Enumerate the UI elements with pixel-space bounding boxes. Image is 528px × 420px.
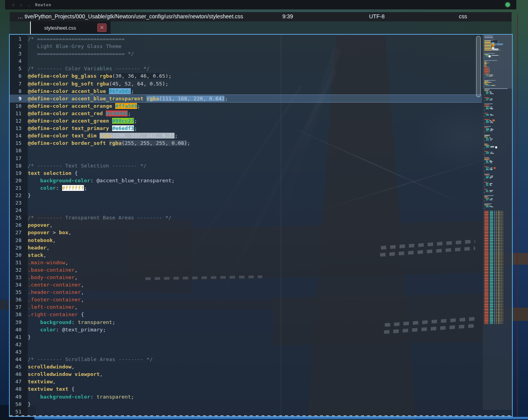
- titlebar[interactable]: ∷ ∴ ‥ Newton: [5, 0, 516, 9]
- code-text: }: [28, 400, 31, 408]
- code-text: background-color: @accent_blue_transpare…: [28, 177, 175, 184]
- window-close-button[interactable]: [505, 2, 510, 7]
- line-number: 33: [10, 274, 28, 281]
- line-number: 50: [10, 400, 28, 408]
- code-line[interactable]: 1/* ============================: [10, 35, 482, 43]
- code-text: .center-container,: [28, 281, 84, 288]
- code-line[interactable]: 18/* -------- Text Selection -------- */: [10, 162, 482, 169]
- code-text: .right-container {: [28, 311, 84, 318]
- code-text: notebook,: [28, 237, 56, 244]
- tab-close-button[interactable]: ✕: [97, 23, 107, 32]
- code-line[interactable]: 12@define-color accent_green #88cc27;: [10, 117, 482, 125]
- code-line[interactable]: 8@define-color accent_blue #6fa8dc;: [10, 87, 482, 95]
- tab-label: stylesheet.css: [44, 25, 76, 31]
- line-number: 41: [10, 333, 28, 341]
- line-number: 47: [10, 378, 28, 385]
- code-text: textview text {: [28, 385, 75, 393]
- code-line[interactable]: 7@define-color bg_soft rgba(45, 52, 64, …: [10, 80, 482, 87]
- code-line[interactable]: 27popover > box,: [10, 229, 482, 236]
- code-line[interactable]: 40 color: @text_primary;: [10, 326, 482, 333]
- line-number: 11: [10, 110, 28, 117]
- code-line[interactable]: 51: [10, 408, 482, 415]
- code-line[interactable]: 50}: [10, 400, 482, 408]
- bottom-panel-strip: [34, 417, 528, 419]
- code-line[interactable]: 46scrolledwindow viewport,: [10, 370, 482, 378]
- code-line[interactable]: 6@define-color bg_glass rgba(30, 36, 46,…: [10, 72, 482, 80]
- code-line[interactable]: 5/* -------- Color Variables -------- */: [10, 65, 482, 72]
- status-bar: … tive/Python_Projects/000_Usable/gtk/Ne…: [10, 12, 512, 21]
- code-line[interactable]: 21 color: #ffffff;: [10, 184, 482, 192]
- tab-stylesheet-css[interactable]: stylesheet.css ✕: [31, 21, 111, 34]
- line-number: 30: [10, 251, 28, 259]
- code-text: .main-window,: [28, 259, 68, 266]
- code-text: textview,: [28, 378, 56, 385]
- code-line[interactable]: 20 background-color: @accent_blue_transp…: [10, 177, 482, 184]
- code-line[interactable]: 2 Light Blue-Grey Glass Theme: [10, 43, 482, 50]
- language-mode: css: [459, 13, 467, 20]
- code-line[interactable]: 17: [10, 155, 482, 162]
- code-line[interactable]: 4: [10, 57, 482, 65]
- code-line[interactable]: 19text selection {: [10, 169, 482, 177]
- code-line[interactable]: 35.header-container,: [10, 288, 482, 296]
- code-area[interactable]: 1/* ============================2 Light …: [10, 35, 482, 416]
- code-line[interactable]: 16: [10, 147, 482, 154]
- code-line[interactable]: 49 background-color: transparent;: [10, 393, 482, 400]
- code-line[interactable]: 36.footer-container,: [10, 296, 482, 303]
- code-line[interactable]: 34.center-container,: [10, 281, 482, 288]
- code-line[interactable]: 24: [10, 206, 482, 214]
- code-line[interactable]: 23: [10, 199, 482, 206]
- code-text: color: #ffffff;: [28, 184, 87, 192]
- line-number: 46: [10, 370, 28, 378]
- code-line[interactable]: 29header,: [10, 244, 482, 251]
- code-line[interactable]: 48textview text {: [10, 385, 482, 393]
- code-text: /* -------- Scrollable Areas -------- */: [28, 356, 153, 363]
- code-line[interactable]: 43: [10, 348, 482, 356]
- line-number: 12: [10, 117, 28, 125]
- code-line[interactable]: 47textview,: [10, 378, 482, 385]
- line-number: 39: [10, 319, 28, 326]
- line-number: 24: [10, 206, 28, 214]
- code-line[interactable]: 38.right-container {: [10, 311, 482, 318]
- code-line[interactable]: 44/* -------- Scrollable Areas -------- …: [10, 356, 482, 363]
- code-text: @define-color bg_soft rgba(45, 52, 64, 0…: [28, 80, 168, 87]
- line-number: 42: [10, 341, 28, 348]
- line-number: 4: [10, 57, 28, 65]
- code-text: }: [28, 192, 31, 199]
- code-line-current[interactable]: 9@define-color accent_blue_transparent r…: [10, 95, 482, 102]
- code-line[interactable]: 37.left-container,: [10, 303, 482, 311]
- line-number: 34: [10, 281, 28, 288]
- code-text: @define-color accent_green #88cc27;: [28, 117, 137, 125]
- code-line[interactable]: 13@define-color text_primary #e6edf3;: [10, 125, 482, 132]
- code-line[interactable]: 41}: [10, 333, 482, 341]
- code-line[interactable]: 39 background: transparent;: [10, 319, 482, 326]
- code-text: @define-color text_primary #e6edf3;: [28, 125, 137, 132]
- code-line[interactable]: 32.base-container,: [10, 266, 482, 274]
- vertical-scrollbar[interactable]: [476, 36, 481, 97]
- code-text: scrolledwindow,: [28, 363, 75, 370]
- code-line[interactable]: 22}: [10, 192, 482, 199]
- code-text: @define-color border_soft rgba(255, 255,…: [28, 139, 190, 147]
- code-line[interactable]: 14@define-color text_dim rgba(230, 237, …: [10, 132, 482, 139]
- code-editor[interactable]: 1/* ============================2 Light …: [9, 34, 513, 417]
- code-line[interactable]: 3 ============================ */: [10, 50, 482, 57]
- code-line[interactable]: 31.main-window,: [10, 259, 482, 266]
- code-line[interactable]: 26popover,: [10, 221, 482, 229]
- code-line[interactable]: 33.body-container,: [10, 274, 482, 281]
- code-line[interactable]: 28notebook,: [10, 237, 482, 244]
- code-text: /* -------- Color Variables -------- */: [28, 65, 150, 72]
- code-line[interactable]: 11@define-color accent_red #c84646;: [10, 110, 482, 117]
- code-line[interactable]: 42: [10, 341, 482, 348]
- code-line[interactable]: 45scrolledwindow,: [10, 363, 482, 370]
- minimap[interactable]: [483, 35, 512, 410]
- line-number: 40: [10, 326, 28, 333]
- line-number: 2: [10, 43, 28, 50]
- wallpaper-antenna: [517, 14, 518, 420]
- code-text: @define-color bg_glass rgba(30, 36, 46, …: [28, 72, 171, 80]
- code-line[interactable]: 10@define-color accent_orange #ffa500;: [10, 102, 482, 110]
- code-line[interactable]: 30stack,: [10, 251, 482, 259]
- code-line[interactable]: 15@define-color border_soft rgba(255, 25…: [10, 139, 482, 147]
- line-number: 27: [10, 229, 28, 236]
- code-text: text selection {: [28, 169, 78, 177]
- code-line[interactable]: 25/* -------- Transparent Base Areas ---…: [10, 214, 482, 221]
- code-text: @define-color accent_blue_transparent rg…: [28, 95, 228, 102]
